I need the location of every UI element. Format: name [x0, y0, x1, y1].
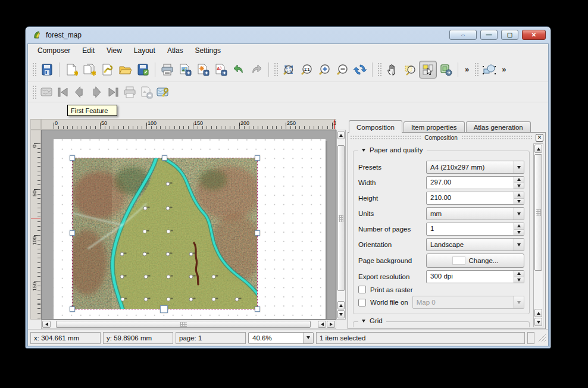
print-atlas-button[interactable]: [121, 85, 138, 100]
canvas-horizontal-scrollbar[interactable]: [41, 320, 336, 329]
group-header[interactable]: Paper and quality: [358, 146, 427, 154]
menu-layout[interactable]: Layout: [128, 45, 161, 57]
scrollbar-thumb[interactable]: [56, 321, 311, 328]
new-composer-button[interactable]: ✱: [62, 61, 80, 79]
scroll-up-button-2[interactable]: [337, 301, 345, 309]
composition-viewport[interactable]: [41, 130, 336, 320]
window-resize-grip[interactable]: [538, 334, 546, 342]
group-header[interactable]: Grid: [358, 317, 386, 324]
menu-settings[interactable]: Settings: [189, 45, 227, 57]
export-atlas-button[interactable]: [138, 85, 155, 100]
redo-button[interactable]: [248, 61, 265, 79]
save-button[interactable]: [38, 61, 56, 79]
toolbar-drag-handle[interactable]: [474, 62, 478, 77]
export-resolution-spinbox[interactable]: 300 dpi: [426, 270, 524, 283]
scroll-left-button[interactable]: [42, 321, 51, 328]
pan-button[interactable]: [383, 61, 401, 79]
resize-handle-e[interactable]: [255, 230, 260, 236]
tab-composition[interactable]: Composition: [349, 120, 402, 133]
resize-handle-s[interactable]: [160, 305, 168, 313]
zoom-out-button[interactable]: [333, 61, 351, 79]
maximize-button[interactable]: ▢: [501, 30, 518, 40]
export-pdf-button[interactable]: A: [212, 61, 230, 79]
toolbar-drag-handle[interactable]: [32, 62, 36, 77]
toolbar-drag-handle[interactable]: [274, 62, 278, 77]
world-file-checkbox[interactable]: [358, 299, 366, 306]
scroll-right-button[interactable]: [327, 321, 335, 328]
print-button[interactable]: [158, 61, 176, 79]
titlebar[interactable]: forest_map ⇔ — ▢ ✕: [26, 27, 551, 43]
resize-handle-w[interactable]: [70, 230, 75, 236]
dropdown-arrow-icon[interactable]: [514, 161, 524, 173]
select-move-item-button[interactable]: [419, 61, 437, 79]
toolbar-drag-handle[interactable]: [32, 85, 36, 99]
zoom-actual-button[interactable]: 1:1: [298, 61, 315, 79]
map-item-selected[interactable]: [73, 158, 257, 309]
spin-up-button[interactable]: [514, 223, 524, 230]
dropdown-arrow-icon[interactable]: [303, 333, 313, 343]
next-feature-button[interactable]: [88, 85, 105, 100]
spin-down-button[interactable]: [514, 277, 524, 283]
spin-down-button[interactable]: [514, 183, 524, 189]
orientation-combobox[interactable]: Landscape: [426, 238, 524, 251]
number-of-pages-spinbox[interactable]: 1: [426, 223, 524, 236]
dropdown-arrow-icon[interactable]: [514, 208, 524, 220]
atlas-settings-button[interactable]: [155, 85, 171, 100]
composer-manager-button[interactable]: [98, 61, 116, 79]
spin-down-button[interactable]: [514, 230, 524, 236]
page-background-change-button[interactable]: Change...: [426, 254, 524, 268]
zoom-in-button[interactable]: [315, 61, 333, 79]
load-from-template-button[interactable]: [116, 61, 134, 79]
resize-handle-sw[interactable]: [70, 306, 75, 312]
undo-button[interactable]: [230, 61, 248, 79]
scroll-left-button-2[interactable]: [318, 321, 326, 328]
scroll-down-button[interactable]: [534, 318, 542, 326]
dock-vertical-scrollbar[interactable]: [533, 143, 543, 327]
duplicate-composer-button[interactable]: ✱: [80, 61, 98, 79]
spin-up-button[interactable]: [514, 271, 524, 277]
canvas-vertical-scrollbar[interactable]: [336, 130, 346, 320]
dock-header[interactable]: Composition ✕: [348, 133, 545, 142]
close-button[interactable]: ✕: [522, 30, 546, 40]
scrollbar-thumb[interactable]: [534, 154, 542, 271]
spin-up-button[interactable]: [514, 192, 524, 199]
menu-view[interactable]: View: [101, 45, 128, 57]
world-file-map-combobox[interactable]: Map 0: [412, 296, 524, 309]
previous-feature-button[interactable]: [71, 85, 88, 100]
height-spinbox[interactable]: 210.00: [426, 192, 524, 205]
scroll-up-button-2[interactable]: [534, 309, 542, 317]
menu-atlas[interactable]: Atlas: [161, 45, 189, 57]
minimize-button[interactable]: —: [480, 30, 498, 40]
spin-up-button[interactable]: [514, 177, 524, 183]
move-item-content-button[interactable]: [437, 61, 455, 79]
tab-item-properties[interactable]: Item properties: [404, 121, 465, 133]
width-spinbox[interactable]: 297.00: [426, 176, 524, 189]
zoom-level-combobox[interactable]: 40.6%: [248, 332, 314, 344]
scroll-up-button[interactable]: [534, 145, 542, 153]
dock-close-button[interactable]: ✕: [536, 134, 543, 142]
presets-combobox[interactable]: A4 (210x297 mm): [426, 161, 524, 174]
resize-handle-n[interactable]: [162, 155, 167, 161]
restore-down-button[interactable]: ⇔: [449, 30, 477, 40]
select-shapes-button[interactable]: [480, 61, 498, 79]
toolbar-overflow-button-2[interactable]: »: [498, 65, 509, 74]
toolbar-drag-handle[interactable]: [377, 62, 381, 77]
tab-atlas-generation[interactable]: Atlas generation: [466, 121, 531, 133]
resize-handle-ne[interactable]: [255, 155, 260, 161]
toolbar-overflow-button[interactable]: »: [461, 65, 473, 74]
first-feature-button[interactable]: [55, 85, 71, 100]
preview-atlas-button[interactable]: [38, 85, 55, 100]
print-as-raster-checkbox[interactable]: [358, 286, 366, 293]
export-svg-button[interactable]: [194, 61, 212, 79]
export-image-button[interactable]: [176, 61, 194, 79]
scroll-down-button[interactable]: [337, 310, 345, 318]
composition-page[interactable]: [54, 139, 326, 320]
menu-edit[interactable]: Edit: [76, 45, 101, 57]
units-combobox[interactable]: mm: [426, 207, 524, 220]
resize-handle-nw[interactable]: [70, 155, 75, 161]
menu-composer[interactable]: Composer: [32, 45, 76, 57]
zoom-region-button[interactable]: [401, 61, 419, 79]
zoom-full-button[interactable]: [280, 61, 298, 79]
resize-handle-se[interactable]: [255, 306, 260, 312]
last-feature-button[interactable]: [105, 85, 121, 100]
